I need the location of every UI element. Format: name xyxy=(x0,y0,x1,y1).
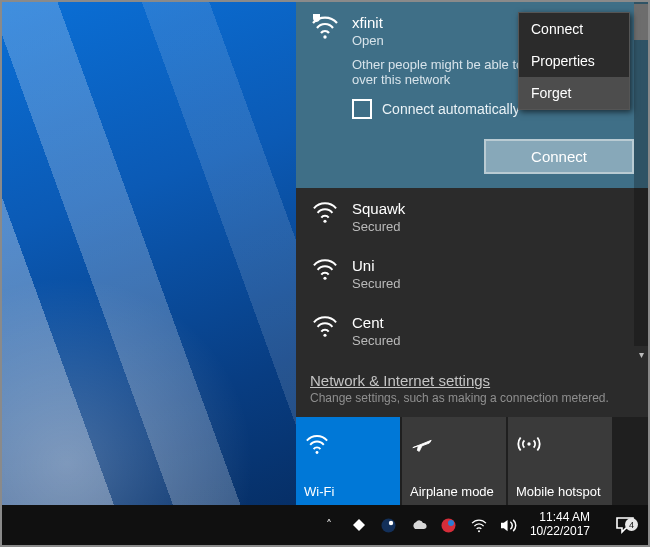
flyout-scrollbar[interactable]: ▾ xyxy=(634,2,648,362)
network-security: Secured xyxy=(352,219,634,235)
network-name: Cent xyxy=(352,314,634,333)
svg-point-2 xyxy=(323,220,326,223)
svg-point-4 xyxy=(323,334,326,337)
system-tray: ˄ xyxy=(320,511,648,539)
wifi-secured-icon xyxy=(310,257,340,292)
network-name: Squawk xyxy=(352,200,634,219)
svg-point-6 xyxy=(527,442,530,445)
context-menu-properties[interactable]: Properties xyxy=(519,45,629,77)
settings-link-area: Network & Internet settings Change setti… xyxy=(296,362,648,417)
svg-point-7 xyxy=(382,518,396,532)
tile-mobile-hotspot[interactable]: Mobile hotspot xyxy=(508,417,612,507)
taskbar-clock[interactable]: 11:44 AM 10/22/2017 xyxy=(530,511,596,539)
connect-button[interactable]: Connect xyxy=(484,139,634,174)
checkbox-label: Connect automatically xyxy=(382,101,520,117)
tile-airplane-mode[interactable]: Airplane mode xyxy=(402,417,506,507)
network-item[interactable]: Uni Secured xyxy=(296,245,648,302)
network-item[interactable]: Squawk Secured xyxy=(296,188,648,245)
tray-steam-icon[interactable] xyxy=(380,516,398,534)
wifi-secured-icon xyxy=(310,314,340,349)
network-settings-link[interactable]: Network & Internet settings xyxy=(310,372,490,389)
svg-point-10 xyxy=(448,520,454,526)
tray-cloud-icon[interactable] xyxy=(410,516,428,534)
tray-overflow-icon[interactable]: ˄ xyxy=(320,516,338,534)
network-item[interactable]: Cent Secured xyxy=(296,302,648,359)
tile-wifi[interactable]: Wi-Fi xyxy=(296,417,400,507)
clock-time: 11:44 AM xyxy=(530,511,590,525)
wifi-icon xyxy=(304,425,392,463)
network-context-menu: Connect Properties Forget xyxy=(518,12,630,110)
svg-point-3 xyxy=(323,277,326,280)
action-center-icon[interactable]: 4 xyxy=(608,516,642,534)
network-security: Secured xyxy=(352,276,634,292)
svg-point-8 xyxy=(389,520,393,524)
wifi-open-icon: ! xyxy=(310,14,340,119)
svg-point-5 xyxy=(316,451,319,454)
svg-point-9 xyxy=(442,518,456,532)
network-name: Uni xyxy=(352,257,634,276)
svg-point-11 xyxy=(478,530,480,532)
wifi-secured-icon xyxy=(310,200,340,235)
scrollbar-thumb[interactable] xyxy=(634,4,648,40)
svg-point-0 xyxy=(323,35,326,38)
airplane-icon xyxy=(410,425,498,463)
context-menu-connect[interactable]: Connect xyxy=(519,13,629,45)
context-menu-forget[interactable]: Forget xyxy=(519,77,629,109)
screen: ! xfinit Open Other people might be able… xyxy=(0,0,650,547)
scrollbar-down-arrow[interactable]: ▾ xyxy=(634,346,648,362)
tile-label: Wi-Fi xyxy=(304,484,392,499)
clock-date: 10/22/2017 xyxy=(530,525,590,539)
tile-label: Airplane mode xyxy=(410,484,498,499)
tray-network-icon[interactable] xyxy=(470,516,488,534)
taskbar: ˄ xyxy=(2,505,648,545)
checkbox-box xyxy=(352,99,372,119)
tray-app-icon[interactable] xyxy=(350,516,368,534)
network-settings-sub: Change settings, such as making a connec… xyxy=(310,391,634,405)
tray-volume-icon[interactable] xyxy=(500,516,518,534)
network-security: Secured xyxy=(352,333,634,349)
notification-badge: 4 xyxy=(625,518,638,531)
quick-action-tiles: Wi-Fi Airplane mode Mobi xyxy=(296,417,648,507)
network-flyout: ! xfinit Open Other people might be able… xyxy=(296,2,648,507)
connect-row: Connect xyxy=(296,129,648,188)
tile-label: Mobile hotspot xyxy=(516,484,604,499)
network-list: ! xfinit Open Other people might be able… xyxy=(296,2,648,362)
tray-app2-icon[interactable] xyxy=(440,516,458,534)
hotspot-icon xyxy=(516,425,604,463)
svg-text:!: ! xyxy=(315,14,318,22)
